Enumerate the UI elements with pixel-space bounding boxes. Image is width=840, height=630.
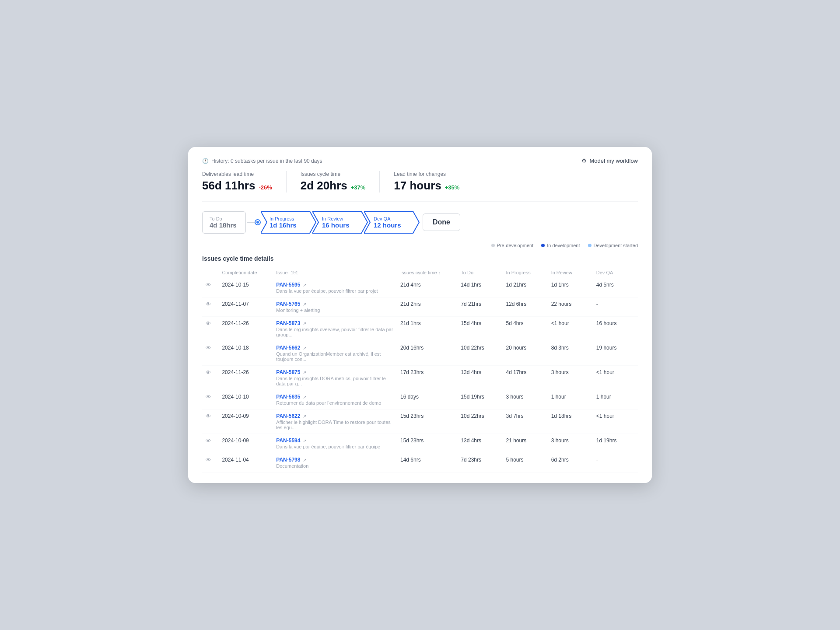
pipeline-row: To Do 4d 18hrs In Progress 1d 16hrs In R… bbox=[202, 210, 638, 234]
row-in-progress: 20 hours bbox=[502, 341, 547, 366]
row-cycle-time: 14d 6hrs bbox=[397, 453, 457, 472]
row-in-progress: 1d 21hrs bbox=[502, 278, 547, 298]
row-eye-icon[interactable]: 👁 bbox=[206, 369, 211, 376]
workflow-icon: ⚙ bbox=[581, 158, 587, 164]
table-row: 👁 2024-11-04 PAN-5798 ↗ Documentation 14… bbox=[202, 453, 638, 472]
row-todo: 10d 22hrs bbox=[457, 341, 502, 366]
issue-desc: Monitoring + alerting bbox=[276, 308, 393, 313]
metric-lead-changes: Lead time for changes 17 hours +35% bbox=[394, 171, 473, 192]
row-eye-icon[interactable]: 👁 bbox=[206, 438, 211, 444]
row-todo: 10d 22hrs bbox=[457, 410, 502, 434]
row-cycle-time: 21d 2hrs bbox=[397, 298, 457, 317]
row-todo: 15d 4hrs bbox=[457, 317, 502, 341]
lead-changes-badge: +35% bbox=[445, 184, 460, 191]
external-link-icon[interactable]: ↗ bbox=[303, 346, 306, 350]
row-dev-qa: <1 hour bbox=[593, 410, 638, 434]
legend-row: Pre-development In development Developme… bbox=[202, 243, 638, 248]
pipeline-in-review: In Review 16 hours bbox=[312, 210, 369, 234]
row-issue: PAN-5662 ↗ Quand un OrganizationMember e… bbox=[273, 341, 397, 366]
row-in-review: 1d 18hrs bbox=[548, 410, 593, 434]
metrics-row: Deliverables lead time 56d 11hrs -26% Is… bbox=[202, 171, 638, 202]
row-eye-icon[interactable]: 👁 bbox=[206, 457, 211, 463]
row-date: 2024-10-09 bbox=[218, 434, 273, 453]
row-eye-icon[interactable]: 👁 bbox=[206, 413, 211, 420]
lead-time-value: 56d 11hrs -26% bbox=[202, 179, 272, 192]
row-date: 2024-11-07 bbox=[218, 298, 273, 317]
row-cycle-time: 21d 4hrs bbox=[397, 278, 457, 298]
table-row: 👁 2024-11-26 PAN-5875 ↗ Dans le org insi… bbox=[202, 366, 638, 390]
row-date: 2024-10-10 bbox=[218, 390, 273, 410]
row-cycle-time: 20d 16hrs bbox=[397, 341, 457, 366]
dev-qa-label: Dev QA bbox=[374, 216, 401, 221]
table-row: 👁 2024-11-26 PAN-5873 ↗ Dans le org insi… bbox=[202, 317, 638, 341]
issue-desc: Dans la vue par équipe, pouvoir filtrer … bbox=[276, 288, 393, 294]
cycle-time-badge: +37% bbox=[351, 184, 366, 191]
table-row: 👁 2024-10-15 PAN-5595 ↗ Dans la vue par … bbox=[202, 278, 638, 298]
row-cycle-time: 16 days bbox=[397, 390, 457, 410]
external-link-icon[interactable]: ↗ bbox=[303, 395, 306, 399]
external-link-icon[interactable]: ↗ bbox=[303, 438, 306, 443]
external-link-icon[interactable]: ↗ bbox=[303, 283, 306, 287]
row-eye-icon[interactable]: 👁 bbox=[206, 282, 211, 288]
row-in-progress: 21 hours bbox=[502, 434, 547, 453]
issue-id[interactable]: PAN-5873 bbox=[276, 320, 300, 326]
issue-id[interactable]: PAN-5798 bbox=[276, 457, 300, 463]
row-date: 2024-10-18 bbox=[218, 341, 273, 366]
issue-id[interactable]: PAN-5635 bbox=[276, 394, 300, 400]
row-cycle-time: 15d 23hrs bbox=[397, 434, 457, 453]
row-eye-icon[interactable]: 👁 bbox=[206, 320, 211, 327]
external-link-icon[interactable]: ↗ bbox=[303, 414, 306, 419]
in-review-value: 16 hours bbox=[322, 221, 350, 229]
external-link-icon[interactable]: ↗ bbox=[303, 321, 306, 326]
table-row: 👁 2024-10-10 PAN-5635 ↗ Retourner du dat… bbox=[202, 390, 638, 410]
pipeline-dev-qa: Dev QA 12 hours bbox=[364, 210, 421, 234]
external-link-icon[interactable]: ↗ bbox=[303, 370, 306, 375]
row-issue: PAN-5622 ↗ Afficher le highlight DORA Ti… bbox=[273, 410, 397, 434]
in-dev-dot bbox=[541, 244, 545, 247]
metric-lead-time: Deliverables lead time 56d 11hrs -26% bbox=[202, 171, 287, 192]
history-text: History: 0 subtasks per issue in the las… bbox=[211, 158, 322, 164]
external-link-icon[interactable]: ↗ bbox=[303, 458, 306, 462]
model-workflow-button[interactable]: ⚙ Model my workflow bbox=[581, 158, 638, 164]
legend-pre-dev: Pre-development bbox=[491, 243, 534, 248]
row-cycle-time: 15d 23hrs bbox=[397, 410, 457, 434]
row-dev-qa: 4d 5hrs bbox=[593, 278, 638, 298]
row-issue: PAN-5875 ↗ Dans le org insights DORA met… bbox=[273, 366, 397, 390]
cycle-time-label: Issues cycle time bbox=[301, 171, 366, 177]
row-eye-icon[interactable]: 👁 bbox=[206, 301, 211, 308]
issue-id[interactable]: PAN-5662 bbox=[276, 345, 300, 351]
issue-id[interactable]: PAN-5622 bbox=[276, 413, 300, 419]
table-section: Issues cycle time details Completion dat… bbox=[202, 255, 638, 472]
row-dev-qa: - bbox=[593, 453, 638, 472]
todo-label: To Do bbox=[210, 216, 238, 221]
lead-time-label: Deliverables lead time bbox=[202, 171, 272, 177]
row-date: 2024-11-26 bbox=[218, 317, 273, 341]
row-dev-qa: - bbox=[593, 298, 638, 317]
external-link-icon[interactable]: ↗ bbox=[303, 302, 306, 307]
issue-desc: Dans le org insights DORA metrics, pouvo… bbox=[276, 376, 393, 386]
row-date: 2024-10-09 bbox=[218, 410, 273, 434]
row-in-review: 3 hours bbox=[548, 366, 593, 390]
row-issue: PAN-5765 ↗ Monitoring + alerting bbox=[273, 298, 397, 317]
row-issue: PAN-5595 ↗ Dans la vue par équipe, pouvo… bbox=[273, 278, 397, 298]
col-in-progress: In Progress bbox=[502, 267, 547, 278]
col-dev-qa: Dev QA bbox=[593, 267, 638, 278]
issue-id[interactable]: PAN-5875 bbox=[276, 369, 300, 375]
table-title: Issues cycle time details bbox=[202, 255, 638, 262]
legend-in-dev: In development bbox=[541, 243, 580, 248]
issue-desc: Dans le org insights overview, pouvoir f… bbox=[276, 327, 393, 337]
row-eye-icon[interactable]: 👁 bbox=[206, 394, 211, 400]
issue-id[interactable]: PAN-5594 bbox=[276, 438, 300, 444]
issue-id[interactable]: PAN-5595 bbox=[276, 282, 300, 288]
lead-time-badge: -26% bbox=[259, 184, 272, 191]
row-issue: PAN-5594 ↗ Dans la vue par équipe, pouvo… bbox=[273, 434, 397, 453]
table-row: 👁 2024-11-07 PAN-5765 ↗ Monitoring + ale… bbox=[202, 298, 638, 317]
issue-id[interactable]: PAN-5765 bbox=[276, 301, 300, 307]
row-date: 2024-11-04 bbox=[218, 453, 273, 472]
row-todo: 7d 21hrs bbox=[457, 298, 502, 317]
cycle-time-value: 2d 20hrs +37% bbox=[301, 179, 366, 192]
row-dev-qa: <1 hour bbox=[593, 366, 638, 390]
row-eye-icon[interactable]: 👁 bbox=[206, 345, 211, 351]
row-in-progress: 5 hours bbox=[502, 453, 547, 472]
row-dev-qa: 1 hour bbox=[593, 390, 638, 410]
